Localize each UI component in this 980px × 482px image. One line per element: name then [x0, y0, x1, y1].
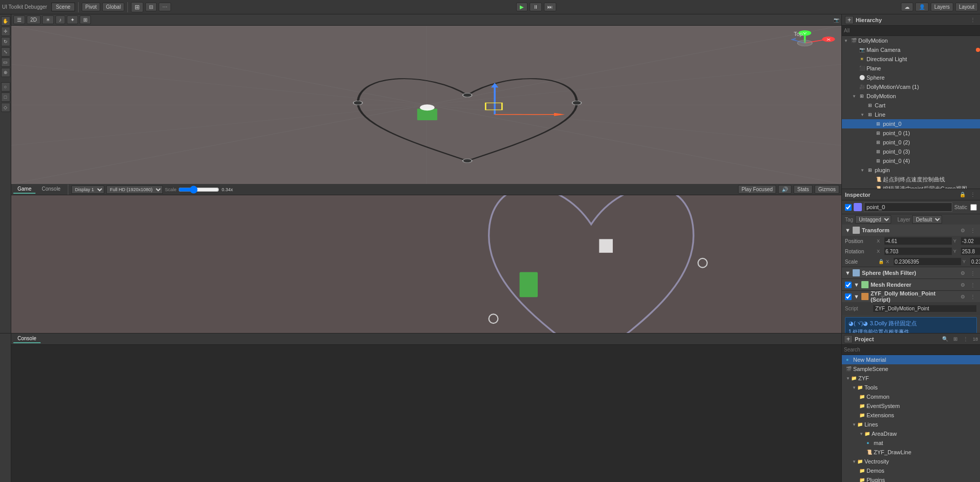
- layers-button[interactable]: Layers: [931, 3, 953, 11]
- hier-item-point0-4[interactable]: ⊞ point_0 (4): [842, 156, 980, 165]
- play-focused-btn[interactable]: Play Focused: [738, 185, 777, 194]
- extra-tool-2[interactable]: □: [1, 92, 10, 102]
- zyf-script-more-btn[interactable]: ⋮: [969, 292, 977, 301]
- rect-tool[interactable]: ▭: [1, 58, 10, 67]
- zyf-script-header[interactable]: ▼ ZYF_Dolly Motion_Point (Script) ⚙ ⋮: [842, 291, 980, 302]
- snap-button[interactable]: ⊟: [145, 3, 157, 11]
- project-more-btn[interactable]: ⋮: [962, 335, 970, 343]
- resolution-select[interactable]: Full HD (1920x1080): [106, 186, 163, 194]
- hier-item-plugin1[interactable]: 📜 起点到终点速度控制曲线: [842, 175, 980, 184]
- game-canvas[interactable]: [11, 195, 841, 333]
- scale-y[interactable]: [970, 257, 980, 266]
- inspector-more-btn[interactable]: ⋮: [969, 191, 977, 199]
- proj-item-tools[interactable]: ▼ 📁 Tools: [842, 383, 980, 392]
- hier-item-plugin[interactable]: ▼ ⊞ plugin: [842, 165, 980, 175]
- transform-settings-btn[interactable]: ⚙: [958, 226, 967, 234]
- tag-select[interactable]: Untagged: [855, 215, 891, 224]
- project-search-input[interactable]: [842, 345, 980, 355]
- game-tab[interactable]: Game: [13, 185, 35, 194]
- static-checkbox[interactable]: [970, 204, 977, 211]
- inspector-lock-btn[interactable]: 🔒: [958, 191, 967, 199]
- step-button[interactable]: ⏭: [544, 3, 556, 11]
- hier-item-dollymotion-root[interactable]: ▼ 🎬 DollyMotion: [842, 36, 980, 45]
- more-button[interactable]: ⋯: [159, 3, 171, 11]
- scene-audio-btn[interactable]: ♪: [55, 15, 65, 24]
- proj-item-plugins[interactable]: 📁 Plugins: [842, 475, 980, 482]
- scene-gizmos-btn[interactable]: ⊞: [80, 15, 91, 24]
- mesh-filter-settings-btn[interactable]: ⚙: [958, 269, 967, 277]
- scale-lock-btn[interactable]: 🔒: [877, 257, 885, 266]
- transform-more-btn[interactable]: ⋮: [969, 226, 977, 234]
- transform-header[interactable]: ▼ Transform ⚙ ⋮: [842, 225, 980, 236]
- scene-fx-btn[interactable]: ✦: [67, 15, 78, 24]
- hand-tool[interactable]: ✋: [1, 16, 10, 26]
- scale-x[interactable]: [893, 257, 962, 266]
- mesh-filter-header[interactable]: ▼ Sphere (Mesh Filter) ⚙ ⋮: [842, 267, 980, 279]
- hierarchy-more-btn[interactable]: ⋮: [969, 16, 977, 24]
- hier-item-point0[interactable]: ⊞ point_0: [842, 119, 980, 128]
- proj-item-extensions[interactable]: 📁 Extensions: [842, 411, 980, 420]
- proj-item-zyf-drawline[interactable]: 📜 ZYF_DrawLine: [842, 448, 980, 457]
- scene-shading-btn[interactable]: ☰: [13, 15, 25, 24]
- mesh-filter-more-btn[interactable]: ⋮: [969, 269, 977, 277]
- hier-item-sphere[interactable]: ⚪ Sphere: [842, 73, 980, 82]
- mesh-renderer-header[interactable]: ▼ Mesh Renderer ⚙ ⋮: [842, 279, 980, 290]
- game-stats-btn[interactable]: Stats: [794, 185, 813, 194]
- scale-slider[interactable]: [178, 187, 219, 193]
- grid-button[interactable]: ⊞: [131, 2, 143, 12]
- move-tool[interactable]: ✛: [1, 27, 10, 36]
- pause-button[interactable]: ⏸: [530, 3, 542, 11]
- hier-item-main-camera[interactable]: 📷 Main Camera: [842, 45, 980, 54]
- console-tab-in-game[interactable]: Console: [37, 185, 65, 194]
- rotation-y[interactable]: [960, 247, 980, 255]
- hierarchy-search[interactable]: [842, 26, 980, 36]
- mesh-renderer-settings-btn[interactable]: ⚙: [958, 281, 967, 289]
- scene-canvas[interactable]: X Y Z Top: [11, 26, 841, 184]
- project-search-btn[interactable]: 🔍: [941, 335, 949, 343]
- object-name-input[interactable]: [864, 202, 952, 212]
- transform-combo-tool[interactable]: ⊕: [1, 68, 10, 77]
- volume-btn[interactable]: 🔊: [778, 185, 791, 194]
- project-add-btn[interactable]: +: [844, 335, 853, 343]
- hier-item-dollymotion-sub[interactable]: ▼ ⊞ DollyMotion: [842, 91, 980, 101]
- zyf-script-enable[interactable]: [845, 293, 852, 300]
- position-x[interactable]: [884, 237, 952, 245]
- proj-item-new-material[interactable]: ● New Material: [842, 355, 980, 364]
- extra-tool-1[interactable]: ○: [1, 82, 10, 91]
- proj-item-sample-scene[interactable]: 🎬 SampleScene: [842, 364, 980, 374]
- position-y[interactable]: [960, 237, 980, 245]
- hier-item-dir-light[interactable]: ☀ Directional Light: [842, 54, 980, 64]
- scene-tab[interactable]: Scene: [51, 3, 75, 11]
- scene-2d-btn[interactable]: 2D: [27, 15, 41, 24]
- proj-item-common[interactable]: 📁 Common: [842, 392, 980, 401]
- hier-item-plane[interactable]: ⬛ Plane: [842, 64, 980, 73]
- rotate-tool[interactable]: ↻: [1, 37, 10, 46]
- display-select[interactable]: Display 1: [71, 186, 104, 194]
- hierarchy-add-btn[interactable]: +: [845, 16, 854, 24]
- proj-item-demos[interactable]: 📁 Demos: [842, 466, 980, 475]
- mesh-renderer-more-btn[interactable]: ⋮: [969, 281, 977, 289]
- pivot-button[interactable]: Pivot: [82, 3, 100, 11]
- layer-select[interactable]: Default: [912, 215, 942, 224]
- proj-item-areadraw[interactable]: ▼ 📁 AreaDraw: [842, 429, 980, 438]
- hier-item-point0-3[interactable]: ⊞ point_0 (3): [842, 147, 980, 156]
- hier-item-vcam[interactable]: 🎥 DollyMotionVcam (1): [842, 82, 980, 91]
- hier-item-point0-1[interactable]: ⊞ point_0 (1): [842, 128, 980, 138]
- play-button[interactable]: ▶: [516, 3, 527, 11]
- hier-item-point0-2[interactable]: ⊞ point_0 (2): [842, 138, 980, 147]
- zyf-script-settings-btn[interactable]: ⚙: [958, 292, 967, 301]
- account-button[interactable]: 👤: [915, 3, 929, 11]
- console-tab[interactable]: Console: [13, 335, 41, 343]
- mesh-renderer-enable[interactable]: [845, 282, 852, 288]
- layout-button[interactable]: Layout: [955, 3, 978, 11]
- object-active-checkbox[interactable]: [845, 204, 852, 211]
- proj-item-lines[interactable]: ▼ 📁 Lines: [842, 420, 980, 429]
- game-gizmos-btn[interactable]: Gizmos: [815, 185, 839, 194]
- scene-lighting-btn[interactable]: ☀: [42, 15, 54, 24]
- rotation-x[interactable]: [884, 247, 952, 255]
- proj-item-mat[interactable]: ● mat: [842, 438, 980, 448]
- global-button[interactable]: Global: [102, 3, 124, 11]
- hier-item-cart[interactable]: ⊞ Cart: [842, 101, 980, 110]
- cloud-button[interactable]: ☁: [901, 3, 913, 11]
- hier-item-line[interactable]: ▼ ⊞ Line: [842, 110, 980, 119]
